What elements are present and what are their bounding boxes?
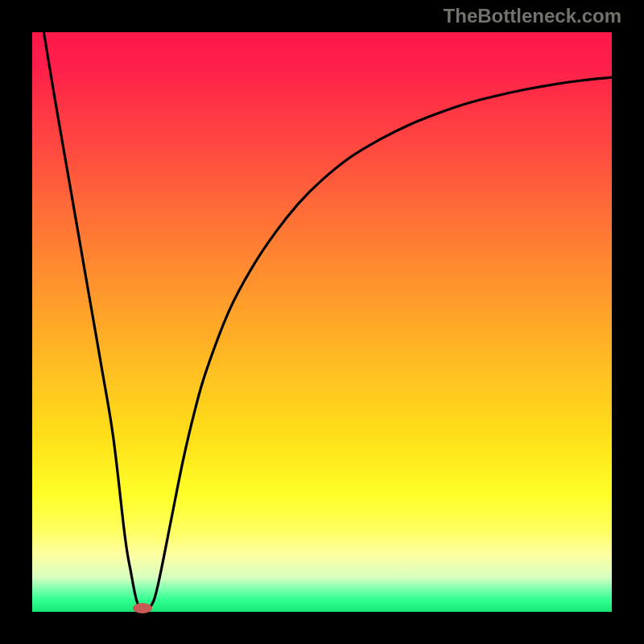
watermark-text: TheBottleneck.com: [444, 5, 621, 27]
chart-frame: TheBottleneck.com: [0, 0, 644, 644]
optimal-point-marker: [133, 603, 152, 613]
bottleneck-curve: [43, 32, 612, 613]
curve-layer: [32, 32, 612, 612]
